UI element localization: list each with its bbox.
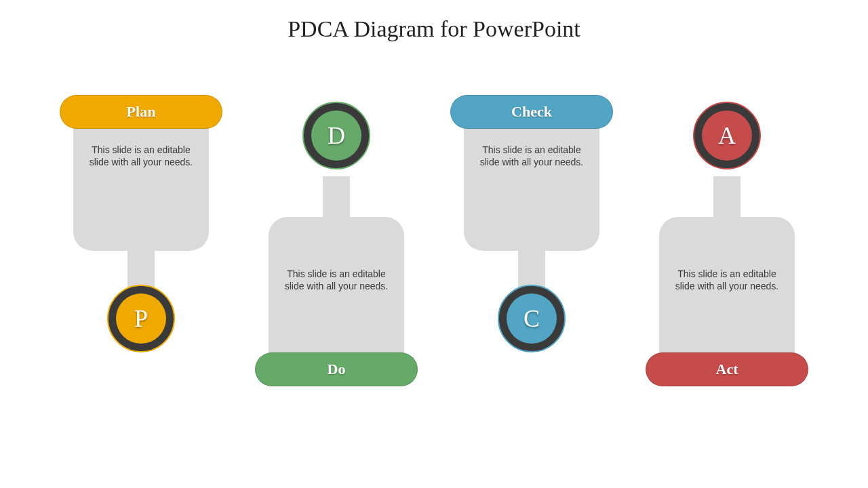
circle-letter: P [116, 293, 166, 344]
step-do: D This slide is an editable slide with a… [255, 81, 418, 447]
card-body [269, 217, 404, 373]
step-text: This slide is an editable slide with all… [278, 268, 395, 292]
pill-check: Check [450, 95, 613, 129]
card-neck [323, 176, 350, 217]
pill-do: Do [255, 352, 418, 386]
step-text: This slide is an editable slide with all… [669, 268, 785, 292]
circle-letter: A [702, 110, 752, 161]
circle-do: D [302, 102, 370, 169]
step-check: Check This slide is an editable slide wi… [450, 81, 613, 447]
circle-letter: C [507, 293, 557, 344]
step-text: This slide is an editable slide with all… [473, 144, 590, 168]
step-plan: Plan This slide is an editable slide wit… [60, 81, 222, 447]
step-act: A This slide is an editable slide with a… [646, 81, 808, 447]
circle-act: A [693, 102, 761, 169]
card-body [659, 217, 795, 373]
circle-plan: P [107, 285, 175, 352]
slide: PDCA Diagram for PowerPoint Plan This sl… [0, 0, 868, 488]
circle-check: C [498, 285, 566, 352]
pill-act: Act [646, 352, 808, 386]
pdca-row: Plan This slide is an editable slide wit… [60, 81, 808, 447]
slide-title: PDCA Diagram for PowerPoint [0, 16, 868, 42]
pill-plan: Plan [60, 95, 222, 129]
card-neck [713, 176, 741, 217]
circle-letter: D [311, 110, 361, 161]
step-text: This slide is an editable slide with all… [83, 144, 199, 168]
